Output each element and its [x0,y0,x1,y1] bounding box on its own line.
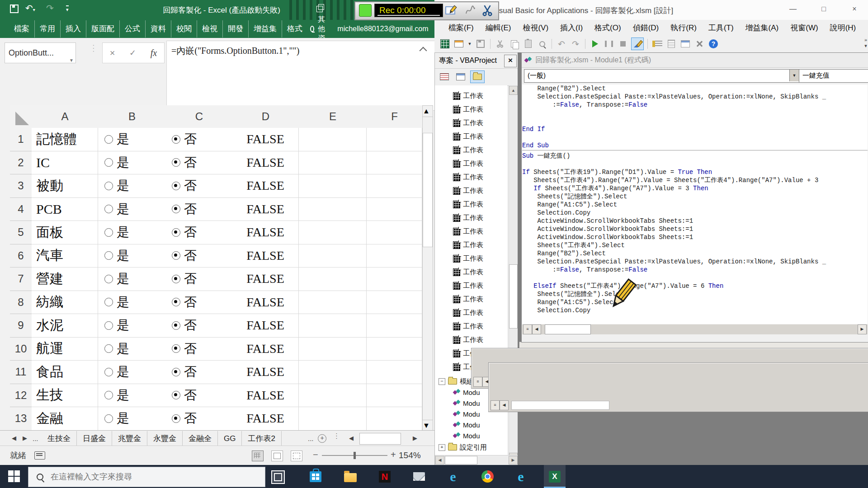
tree-module-item[interactable]: Modu [453,397,480,409]
zoom-slider-thumb[interactable] [354,452,356,459]
tree-worksheet-item[interactable]: 工作表 [453,320,483,332]
zoom-out-icon[interactable]: − [313,450,318,460]
ribbon-tab-3[interactable]: 插入 [60,20,86,38]
name-box[interactable]: OptionButt... ▼ [5,42,76,63]
cell-name[interactable]: 水泥 [32,314,98,338]
cell-name[interactable]: PCB [32,198,98,221]
cell-false[interactable]: FALSE [232,198,299,221]
vba-menu-4[interactable]: 插入(I) [554,23,589,33]
project-close-icon[interactable]: × [504,55,517,67]
cell-name[interactable]: 生技 [32,384,98,408]
netflix-icon[interactable]: N [374,465,396,488]
view-object-icon[interactable] [454,71,467,83]
radio-yes[interactable] [104,344,113,353]
window-restore-icon[interactable] [316,6,323,12]
sheet-tab-金融全[interactable]: 金融全 [183,431,218,446]
vba-menu-2[interactable]: 編輯(E) [480,23,517,33]
toggle-folders-icon[interactable] [470,70,485,83]
cell-name[interactable]: 面板 [32,221,98,244]
project-scroll-left-icon[interactable]: ◀ [435,456,444,465]
vba-menu-6[interactable]: 偵錯(D) [627,23,665,33]
redo-icon[interactable]: ↷ [46,3,54,14]
cell-empty[interactable] [367,361,422,384]
radio-yes[interactable] [104,182,113,190]
sheet-overflow-right[interactable]: ... [308,435,314,442]
vba-save-icon[interactable] [475,38,486,50]
project-explorer-icon[interactable] [651,38,663,50]
minimize-icon[interactable]: — [783,0,803,18]
split-handle-icon[interactable]: ≡ [473,377,482,387]
tab-scroll-right-icon[interactable]: ▶ [413,435,417,441]
sheet-tab-GG[interactable]: GG [218,431,242,446]
cell-false[interactable]: FALSE [232,384,299,408]
cell-false[interactable]: FALSE [232,151,299,175]
cell-name[interactable]: 營建 [32,267,98,291]
cell-false[interactable]: FALSE [232,407,299,431]
cell-false[interactable]: FALSE [232,338,299,361]
radio-no[interactable] [172,251,180,260]
column-header-B[interactable]: B [98,105,166,128]
vba-menu-8[interactable]: 工具(T) [703,23,740,33]
vba-undo-icon[interactable]: ↶ [556,38,567,50]
sheet-tab-日盛金[interactable]: 日盛金 [77,431,112,446]
code-hscrollbar-thumb[interactable] [545,324,591,334]
sheet-tab-工作表2[interactable]: 工作表2 [242,431,281,446]
sheet-tab-生技全[interactable]: 生技全 [42,431,77,446]
radio-yes[interactable] [104,298,113,306]
cell-empty[interactable] [367,384,422,408]
tree-worksheet-item[interactable]: 工作表 [453,198,483,210]
undo-icon[interactable]: ↶▾ [25,3,35,14]
radio-yes[interactable] [104,321,113,330]
zoom-level[interactable]: 154% [399,450,421,460]
tree-module-item[interactable]: Modu [453,419,480,431]
row-header-8[interactable]: 8 [10,291,32,314]
cell-empty[interactable] [299,384,367,408]
radio-no[interactable] [172,158,180,167]
project-hscrollbar-thumb[interactable] [445,456,477,465]
view-excel-icon[interactable] [439,38,451,50]
cell-name[interactable]: 記憶體 [32,128,98,151]
tree-worksheet-item[interactable]: 工作表 [453,103,483,115]
enter-icon[interactable]: ✓ [129,48,136,58]
column-header-C[interactable]: C [166,105,233,128]
search-input[interactable] [50,472,241,482]
row-header-11[interactable]: 11 [10,361,32,384]
insert-function-icon[interactable]: fx [151,48,157,58]
cell-false[interactable]: FALSE [232,128,299,151]
radio-yes[interactable] [104,228,113,237]
ribbon-tab-10[interactable]: 增益集 [248,20,282,38]
scroll-right-icon[interactable]: ▶ [858,324,867,334]
cell-empty[interactable] [367,151,422,175]
tree-worksheet-item[interactable]: 工作表 [453,185,483,197]
row-header-9[interactable]: 9 [10,314,32,338]
vba-menu-10[interactable]: 視窗(W) [784,23,824,33]
tree-worksheet-item[interactable]: 工作表 [453,307,483,319]
tree-worksheet-item[interactable]: 工作表 [453,117,483,129]
object-browser-icon[interactable] [679,38,691,50]
radio-yes[interactable] [104,368,113,376]
cell-name[interactable]: 紡織 [32,291,98,314]
vba-menu-9[interactable]: 增益集(A) [740,23,785,33]
macro-record-icon[interactable] [34,451,45,460]
cell-empty[interactable] [299,151,367,175]
stop-icon[interactable] [617,38,629,50]
tree-worksheet-item[interactable]: 工作表 [453,280,483,291]
radio-no[interactable] [172,368,180,376]
radio-yes[interactable] [104,391,113,399]
column-header-A[interactable]: A [32,105,99,128]
tab-scrollbar-thumb[interactable] [359,433,401,445]
freehand-draw-icon[interactable] [464,4,476,17]
cell-empty[interactable] [299,128,367,151]
ribbon-tab-4[interactable]: 版面配 [86,20,119,38]
paste-icon[interactable] [522,38,534,50]
select-all-corner[interactable] [10,105,32,128]
radio-yes[interactable] [104,251,113,260]
annotate-pencil-icon[interactable] [445,4,458,17]
tree-worksheet-item[interactable]: 工作表 [453,253,483,264]
ribbon-tab-7[interactable]: 校閱 [171,20,197,38]
cell-name[interactable]: 食品 [32,361,98,384]
ribbon-tab-1[interactable]: 檔案 [9,20,34,38]
run-icon[interactable] [589,38,601,50]
row-header-6[interactable]: 6 [10,244,32,268]
name-box-dropdown-icon[interactable]: ▼ [69,51,74,70]
